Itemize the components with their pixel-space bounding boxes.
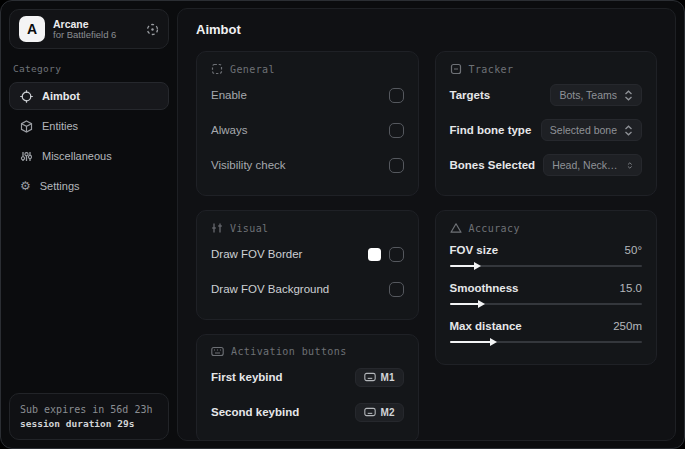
keybind-value: M2: [381, 407, 395, 418]
fov-size-slider[interactable]: [450, 265, 643, 267]
setting-row-first-keybind: First keybind M1: [211, 366, 404, 388]
first-keybind-button[interactable]: M1: [355, 368, 404, 387]
sidebar: A Arcane for Battlefield 6 Category Aimb…: [1, 1, 177, 448]
right-column: Tracker Targets Bots, Teams: [435, 51, 658, 379]
setting-label: Targets: [450, 89, 491, 101]
activation-buttons-card: Activation buttons First keybind M1: [196, 334, 419, 441]
app-subtitle: for Battlefield 6: [53, 30, 138, 41]
slider-thumb[interactable]: [478, 300, 485, 308]
dropdown-value: Bots, Teams: [559, 89, 617, 101]
chevron-up-down-icon: [624, 90, 633, 101]
always-checkbox[interactable]: [389, 123, 404, 138]
keyboard-icon: [364, 407, 376, 417]
max-distance-slider[interactable]: [450, 341, 643, 343]
fov-size-group: FOV size 50°: [450, 244, 643, 267]
setting-label: Draw FOV Border: [211, 248, 302, 260]
session-duration-text: session duration 29s: [20, 417, 158, 431]
setting-label: Always: [211, 124, 247, 136]
visibility-check-checkbox[interactable]: [389, 158, 404, 173]
setting-label: Max distance: [450, 320, 522, 332]
keybind-value: M1: [381, 372, 395, 383]
chevron-up-down-icon: [627, 160, 633, 171]
setting-label: Enable: [211, 89, 247, 101]
slider-fill: [450, 303, 481, 305]
dropdown-value: Selected bone: [550, 124, 617, 136]
smoothness-slider[interactable]: [450, 303, 643, 305]
tracker-card-header: Tracker: [450, 63, 643, 75]
slider-fill: [450, 265, 477, 267]
max-distance-group: Max distance 250m: [450, 320, 643, 343]
dashed-square-icon: [211, 63, 223, 75]
sidebar-item-label: Aimbot: [42, 90, 80, 102]
setting-row-enable: Enable: [211, 84, 404, 106]
category-label: Category: [13, 63, 165, 74]
entities-icon: [20, 120, 33, 133]
left-column: General Enable Always Visibility check: [196, 51, 419, 441]
card-title-label: Tracker: [469, 64, 514, 75]
bones-selected-dropdown[interactable]: Head, Neck, Body, Pe..: [543, 154, 642, 176]
content-columns: General Enable Always Visibility check: [178, 49, 675, 441]
fov-size-value: 50°: [625, 244, 642, 256]
visual-card: Visual Draw FOV Border Draw FOV Backgrou…: [196, 210, 419, 320]
card-title-label: General: [230, 64, 275, 75]
setting-label: Find bone type: [450, 124, 532, 136]
setting-row-visibility-check: Visibility check: [211, 154, 404, 176]
fov-border-color-swatch[interactable]: [368, 248, 381, 261]
slider-thumb[interactable]: [490, 338, 497, 346]
setting-row-bones-selected: Bones Selected Head, Neck, Body, Pe..: [450, 154, 643, 176]
triangle-icon: [450, 222, 462, 234]
sidebar-item-entities[interactable]: Entities: [9, 112, 169, 140]
setting-label: Visibility check: [211, 159, 286, 171]
sidebar-item-miscellaneous[interactable]: Miscellaneous: [9, 142, 169, 170]
sync-icon[interactable]: [146, 23, 159, 36]
slider-thumb[interactable]: [474, 262, 481, 270]
second-keybind-button[interactable]: M2: [355, 403, 404, 422]
slider-fill: [450, 341, 492, 343]
keyboard-icon: [364, 372, 376, 382]
brand-text: Arcane for Battlefield 6: [53, 18, 138, 41]
setting-row-draw-fov-border: Draw FOV Border: [211, 243, 404, 265]
sidebar-item-aimbot[interactable]: Aimbot: [9, 82, 169, 110]
general-card: General Enable Always Visibility check: [196, 51, 419, 196]
general-card-header: General: [211, 63, 404, 75]
sidebar-item-label: Settings: [40, 180, 80, 192]
card-title-label: Visual: [230, 223, 269, 234]
keyboard-icon: [211, 346, 224, 357]
smoothness-group: Smoothness 15.0: [450, 282, 643, 305]
app-logo: A: [19, 16, 45, 42]
max-distance-value: 250m: [613, 320, 642, 332]
chevron-up-down-icon: [624, 125, 633, 136]
sidebar-spacer: [9, 202, 169, 393]
brand-card: A Arcane for Battlefield 6: [9, 9, 169, 49]
setting-label: Draw FOV Background: [211, 283, 329, 295]
setting-label: Second keybind: [211, 406, 299, 418]
app-window: A Arcane for Battlefield 6 Category Aimb…: [0, 0, 685, 449]
square-minus-icon: [450, 63, 462, 75]
page-title: Aimbot: [178, 9, 675, 49]
card-title-label: Accuracy: [469, 223, 520, 234]
subscription-card: Sub expires in 56d 23h session duration …: [9, 393, 169, 440]
sidebar-item-label: Miscellaneous: [42, 150, 112, 162]
enable-checkbox[interactable]: [389, 88, 404, 103]
targets-dropdown[interactable]: Bots, Teams: [550, 84, 642, 106]
card-title-label: Activation buttons: [231, 346, 347, 357]
setting-label: FOV size: [450, 244, 499, 256]
activation-card-header: Activation buttons: [211, 346, 404, 357]
draw-fov-background-checkbox[interactable]: [389, 282, 404, 297]
find-bone-type-dropdown[interactable]: Selected bone: [541, 119, 642, 141]
app-title: Arcane: [53, 18, 138, 30]
sliders-icon: [211, 222, 223, 234]
sidebar-item-settings[interactable]: ⚙ Settings: [9, 172, 169, 200]
accuracy-card-header: Accuracy: [450, 222, 643, 234]
main-panel: Aimbot General Enable: [177, 8, 676, 441]
sidebar-item-label: Entities: [42, 120, 78, 132]
gear-icon: ⚙: [20, 180, 31, 192]
draw-fov-border-checkbox[interactable]: [389, 247, 404, 262]
setting-row-second-keybind: Second keybind M2: [211, 401, 404, 423]
setting-row-always: Always: [211, 119, 404, 141]
fov-border-controls: [368, 247, 404, 262]
dropdown-value: Head, Neck, Body, Pe..: [552, 159, 620, 171]
setting-row-find-bone-type: Find bone type Selected bone: [450, 119, 643, 141]
sub-expiry-text: Sub expires in 56d 23h: [20, 402, 158, 417]
tracker-card: Tracker Targets Bots, Teams: [435, 51, 658, 196]
